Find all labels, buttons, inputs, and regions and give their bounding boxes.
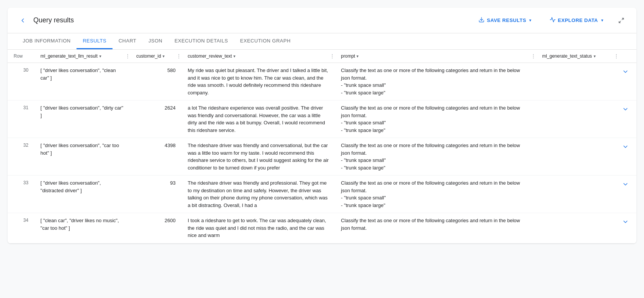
- row-expand-button[interactable]: [621, 104, 630, 114]
- col-header-prompt: prompt ▾ ⋮: [335, 50, 536, 63]
- row-expand-button[interactable]: [621, 179, 630, 189]
- col-header-review-text: customer_review_text ▾ ⋮: [181, 50, 335, 63]
- svg-line-1: [622, 18, 624, 20]
- review-resize[interactable]: ⋮: [330, 53, 335, 59]
- cell-llm-result: [ "driver likes conversation", "distract…: [34, 176, 130, 213]
- cell-status: [536, 63, 619, 100]
- save-results-label: SAVE RESULTS: [487, 17, 526, 23]
- app-container: Query results SAVE RESULTS ▾: [8, 8, 636, 243]
- header-right: SAVE RESULTS ▾ EXPLORE DATA ▾: [472, 14, 627, 27]
- cell-expand: [619, 100, 636, 138]
- cell-llm-result: [ "clean car", "driver likes no music", …: [34, 213, 130, 243]
- expand-col-header: [619, 50, 636, 63]
- cell-review-text: I took a rideshare to get to work. The c…: [181, 213, 335, 243]
- cell-review-text: My ride was quiet but pleasant. The driv…: [181, 63, 335, 100]
- explore-icon: [550, 17, 556, 24]
- cell-expand: [619, 176, 636, 213]
- table-row: 32[ "driver likes conversation", "car to…: [8, 138, 636, 176]
- header: Query results SAVE RESULTS ▾: [8, 8, 636, 33]
- cell-review-text: The rideshare driver was friendly and co…: [181, 138, 335, 176]
- expand-button[interactable]: [615, 14, 627, 27]
- tabs-container: JOB INFORMATION RESULTS CHART JSON EXECU…: [8, 33, 636, 50]
- cell-row-num: 31: [8, 100, 34, 138]
- table-row: 33[ "driver likes conversation", "distra…: [8, 176, 636, 213]
- cell-status: [536, 100, 619, 138]
- tab-execution-details[interactable]: EXECUTION DETAILS: [169, 33, 234, 49]
- row-expand-button[interactable]: [621, 67, 630, 77]
- table-row: 31[ "driver likes conversation", "dirty …: [8, 100, 636, 138]
- tab-job-information[interactable]: JOB INFORMATION: [17, 33, 77, 49]
- customer-id-sort-icon[interactable]: ▾: [163, 54, 165, 59]
- cell-llm-result: [ "driver likes conversation", "clean ca…: [34, 63, 130, 100]
- cell-status: [536, 138, 619, 176]
- cell-review-text: a lot The rideshare experience was overa…: [181, 100, 335, 138]
- back-button[interactable]: [17, 14, 29, 27]
- prompt-sort-icon[interactable]: ▾: [356, 54, 359, 59]
- cell-prompt: Classify the text as one or more of the …: [335, 100, 536, 138]
- customer-id-resize[interactable]: ⋮: [176, 53, 181, 59]
- row-expand-button[interactable]: [621, 142, 630, 152]
- cell-customer-id: 4398: [130, 138, 182, 176]
- cell-review-text: The rideshare driver was friendly and pr…: [181, 176, 335, 213]
- prompt-resize[interactable]: ⋮: [531, 53, 536, 59]
- tab-chart[interactable]: CHART: [113, 33, 142, 49]
- explore-chevron-icon: ▾: [601, 18, 603, 22]
- table-row: 34[ "clean car", "driver likes no music"…: [8, 213, 636, 243]
- cell-llm-result: [ "driver likes conversation", "dirty ca…: [34, 100, 130, 138]
- table-header-row: Row ml_generate_text_llm_result ▾ ⋮ cust…: [8, 50, 636, 63]
- cell-status: [536, 213, 619, 243]
- cell-llm-result: [ "driver likes conversation", "car too …: [34, 138, 130, 176]
- cell-row-num: 32: [8, 138, 34, 176]
- cell-prompt: Classify the text as one or more of the …: [335, 63, 536, 100]
- cell-status: [536, 176, 619, 213]
- tab-results[interactable]: RESULTS: [77, 33, 113, 49]
- svg-line-2: [619, 21, 621, 23]
- cell-customer-id: 580: [130, 63, 182, 100]
- cell-prompt: Classify the text as one or more of the …: [335, 213, 536, 243]
- col-header-row: Row: [8, 50, 34, 63]
- cell-customer-id: 2600: [130, 213, 182, 243]
- explore-data-label: EXPLORE DATA: [558, 17, 598, 23]
- cell-expand: [619, 138, 636, 176]
- save-icon: [478, 17, 485, 24]
- cell-customer-id: 93: [130, 176, 182, 213]
- review-sort-icon[interactable]: ▾: [233, 54, 236, 59]
- cell-expand: [619, 63, 636, 100]
- cell-row-num: 30: [8, 63, 34, 100]
- col-header-status: ml_generate_text_status ▾ ⋮: [536, 50, 619, 63]
- tab-json[interactable]: JSON: [142, 33, 169, 49]
- col-header-llm-result: ml_generate_text_llm_result ▾ ⋮: [34, 50, 130, 63]
- tab-execution-graph[interactable]: EXECUTION GRAPH: [234, 33, 297, 49]
- cell-row-num: 34: [8, 213, 34, 243]
- header-left: Query results: [17, 14, 74, 27]
- save-chevron-icon: ▾: [529, 18, 531, 22]
- explore-data-button[interactable]: EXPLORE DATA ▾: [544, 14, 609, 27]
- table-row: 30[ "driver likes conversation", "clean …: [8, 63, 636, 100]
- cell-row-num: 33: [8, 176, 34, 213]
- status-resize[interactable]: ⋮: [614, 53, 619, 59]
- llm-result-resize[interactable]: ⋮: [125, 53, 130, 59]
- results-table: Row ml_generate_text_llm_result ▾ ⋮ cust…: [8, 50, 636, 243]
- table-body: 30[ "driver likes conversation", "clean …: [8, 63, 636, 243]
- cell-prompt: Classify the text as one or more of the …: [335, 176, 536, 213]
- col-header-customer-id: customer_id ▾ ⋮: [130, 50, 182, 63]
- llm-result-sort-icon[interactable]: ▾: [99, 54, 102, 59]
- cell-customer-id: 2624: [130, 100, 182, 138]
- cell-prompt: Classify the text as one or more of the …: [335, 138, 536, 176]
- row-expand-button[interactable]: [621, 217, 630, 227]
- page-title: Query results: [33, 16, 74, 24]
- table-wrapper: Row ml_generate_text_llm_result ▾ ⋮ cust…: [8, 50, 636, 243]
- cell-expand: [619, 213, 636, 243]
- save-results-button[interactable]: SAVE RESULTS ▾: [472, 14, 537, 27]
- status-sort-icon[interactable]: ▾: [594, 54, 596, 59]
